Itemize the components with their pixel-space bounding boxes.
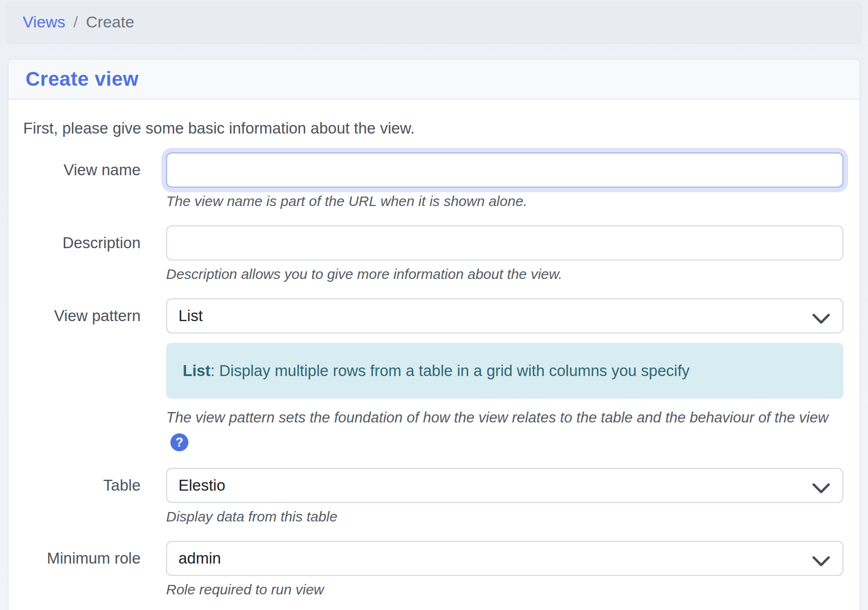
svg-text:?: ? (176, 435, 184, 449)
table-label: Table (23, 468, 141, 526)
create-view-card: Create view First, please give some basi… (8, 59, 860, 610)
form-row-description: Description Description allows you to gi… (23, 225, 842, 283)
chevron-down-icon (812, 480, 830, 491)
chevron-down-icon (812, 310, 830, 322)
view-pattern-info-alert: List: Display multiple rows from a table… (166, 343, 843, 399)
breadcrumb-link-views[interactable]: Views (23, 13, 65, 31)
minimum-role-label: Minimum role (23, 541, 141, 599)
form-row-minimum-role: Minimum role admin Role required to run … (23, 541, 842, 599)
card-body: First, please give some basic informatio… (9, 99, 859, 610)
view-name-input[interactable] (166, 152, 843, 188)
minimum-role-select[interactable]: admin (166, 541, 843, 576)
table-selected-value: Elestio (178, 476, 225, 494)
view-pattern-helper: The view pattern sets the foundation of … (166, 405, 843, 455)
view-name-label: View name (23, 152, 141, 210)
breadcrumb: Views / Create (6, 1, 862, 43)
breadcrumb-current: Create (86, 13, 134, 31)
description-control: Description allows you to give more info… (166, 225, 843, 283)
minimum-role-helper: Role required to run view (166, 581, 843, 599)
view-pattern-selected-value: List (178, 307, 203, 325)
form-row-table: Table Elestio Display data from this tab… (23, 468, 842, 526)
view-pattern-select[interactable]: List (166, 298, 843, 333)
page-title: Create view (26, 68, 139, 90)
view-name-helper: The view name is part of the URL when it… (166, 192, 843, 210)
table-control: Elestio Display data from this table (166, 468, 843, 526)
minimum-role-control: admin Role required to run view (166, 541, 843, 599)
view-pattern-label: View pattern (23, 298, 141, 455)
minimum-role-selected-value: admin (178, 549, 221, 567)
view-name-control: The view name is part of the URL when it… (166, 152, 843, 210)
question-circle-icon[interactable]: ? (170, 433, 189, 452)
description-helper: Description allows you to give more info… (166, 265, 843, 283)
breadcrumb-separator: / (73, 13, 78, 31)
intro-text: First, please give some basic informatio… (23, 119, 842, 138)
table-select[interactable]: Elestio (166, 468, 843, 503)
form-row-view-pattern: View pattern List List: Display multiple… (23, 298, 842, 455)
pattern-description: : Display multiple rows from a table in … (211, 362, 690, 379)
view-pattern-control: List List: Display multiple rows from a … (166, 298, 843, 455)
description-label: Description (23, 225, 141, 283)
chevron-down-icon (812, 553, 830, 564)
description-input[interactable] (166, 225, 843, 260)
pattern-term: List (183, 362, 211, 379)
table-helper: Display data from this table (166, 508, 843, 526)
card-header: Create view (9, 60, 859, 99)
form-row-view-name: View name The view name is part of the U… (23, 152, 842, 210)
